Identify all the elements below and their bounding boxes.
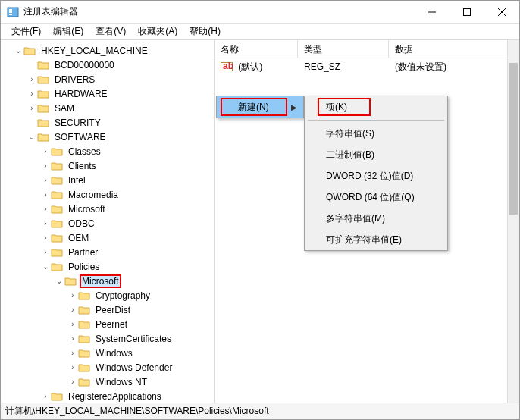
tree-node[interactable]: ›HARDWARE: [1, 86, 214, 101]
tree-node-label: Classes: [66, 146, 103, 158]
tree-node[interactable]: ›RegisteredApplications: [1, 389, 214, 403]
vertical-scrollbar[interactable]: [507, 40, 519, 403]
app-icon: [7, 6, 19, 18]
expand-icon[interactable]: ›: [40, 176, 51, 184]
expand-icon[interactable]: ›: [40, 248, 51, 256]
tree-node[interactable]: ›PeerDist: [1, 302, 214, 317]
tree-node-label: SAM: [52, 102, 77, 114]
tree-node-label: Cryptography: [93, 290, 152, 302]
context-item[interactable]: 二进制值(B): [305, 144, 447, 165]
expand-icon[interactable]: ›: [40, 205, 51, 213]
context-item[interactable]: QWORD (64 位)值(Q): [305, 186, 447, 208]
context-item[interactable]: 可扩充字符串值(E): [305, 229, 447, 250]
string-value-icon: ab: [221, 61, 233, 72]
tree-node[interactable]: ›Classes: [1, 144, 214, 158]
tree-node[interactable]: ›Partner: [1, 245, 214, 259]
close-button[interactable]: [484, 1, 519, 24]
tree-node[interactable]: ›Clients: [1, 158, 214, 173]
context-item-label: QWORD (64 位)值(Q): [326, 191, 415, 204]
tree-node-label: OEM: [66, 232, 91, 244]
expand-icon[interactable]: ›: [27, 89, 37, 98]
svg-rect-3: [9, 14, 12, 15]
collapse-icon[interactable]: ⌄: [54, 277, 64, 285]
tree-node-label: Intel: [66, 174, 88, 186]
folder-icon: [37, 74, 49, 85]
tree-node[interactable]: ›SystemCertificates: [1, 331, 214, 346]
tree-node[interactable]: ⌄Microsoft: [1, 274, 214, 288]
tree-node-label: ODBC: [66, 218, 97, 230]
menu-separator: [308, 120, 444, 121]
window-controls: [415, 1, 519, 24]
context-item-new[interactable]: 新建(N) ▶: [217, 96, 303, 118]
tree-node[interactable]: ›Cryptography: [1, 288, 214, 302]
expand-icon[interactable]: ›: [67, 320, 78, 328]
expand-icon[interactable]: ›: [27, 104, 37, 112]
menu-edit[interactable]: 编辑(E): [47, 24, 89, 39]
folder-icon: [51, 204, 63, 215]
maximize-button[interactable]: [450, 1, 484, 24]
tree-node[interactable]: ›Intel: [1, 173, 214, 187]
expand-icon[interactable]: ›: [27, 75, 37, 83]
expand-icon[interactable]: ›: [67, 306, 78, 314]
expand-icon[interactable]: ›: [40, 392, 51, 400]
tree-node[interactable]: ›Windows NT: [1, 375, 214, 389]
tree-node-label: Windows Defender: [93, 362, 174, 374]
context-item[interactable]: 字符串值(S): [305, 123, 447, 144]
scrollbar-thumb[interactable]: [509, 63, 518, 215]
menu-help[interactable]: 帮助(H): [183, 24, 227, 39]
folder-icon: [51, 262, 63, 272]
context-item[interactable]: 项(K): [305, 96, 447, 118]
header-name[interactable]: 名称: [215, 40, 298, 58]
tree-node[interactable]: ⌄Policies: [1, 259, 214, 274]
menu-favorites[interactable]: 收藏夹(A): [132, 24, 183, 39]
collapse-icon[interactable]: ⌄: [13, 46, 23, 55]
folder-icon: [78, 362, 90, 373]
folder-icon: [37, 118, 49, 128]
expand-icon[interactable]: ›: [67, 291, 78, 299]
expand-icon[interactable]: ›: [67, 378, 78, 386]
menu-view[interactable]: 查看(V): [89, 24, 132, 39]
expand-icon[interactable]: ›: [67, 363, 78, 371]
folder-icon: [51, 218, 63, 229]
tree-pane[interactable]: ⌄HKEY_LOCAL_MACHINEBCD00000000›DRIVERS›H…: [1, 40, 215, 403]
expand-icon[interactable]: ›: [67, 349, 78, 357]
tree-node-label: SOFTWARE: [52, 131, 108, 143]
tree-node[interactable]: ›DRIVERS: [1, 72, 214, 86]
svg-rect-5: [464, 8, 471, 15]
tree-node[interactable]: ›Windows Defender: [1, 360, 214, 375]
minimize-button[interactable]: [415, 1, 450, 24]
tree-node[interactable]: ›ODBC: [1, 216, 214, 230]
value-row[interactable]: ab (默认) REG_SZ (数值未设置): [215, 58, 519, 75]
expand-icon[interactable]: ›: [40, 161, 51, 170]
header-data[interactable]: 数据: [389, 40, 519, 58]
context-item[interactable]: DWORD (32 位)值(D): [305, 165, 447, 186]
expand-icon[interactable]: ›: [40, 234, 51, 242]
context-menu-new: 新建(N) ▶: [216, 96, 304, 118]
tree-node[interactable]: ›OEM: [1, 230, 214, 245]
menu-file[interactable]: 文件(F): [5, 24, 47, 39]
tree-node[interactable]: ›Microsoft: [1, 202, 214, 216]
window-title: 注册表编辑器: [23, 5, 415, 18]
tree-node[interactable]: ›Macromedia: [1, 187, 214, 202]
tree-node[interactable]: ⌄SOFTWARE: [1, 130, 214, 144]
expand-icon[interactable]: ›: [40, 147, 51, 155]
folder-icon: [51, 146, 63, 157]
tree-node[interactable]: ›Windows: [1, 346, 214, 360]
collapse-icon[interactable]: ⌄: [40, 262, 51, 271]
tree-node[interactable]: ⌄HKEY_LOCAL_MACHINE: [1, 43, 214, 58]
context-item-label: 二进制值(B): [326, 149, 374, 161]
tree-node[interactable]: BCD00000000: [1, 58, 214, 72]
expand-icon[interactable]: ›: [40, 190, 51, 199]
menu-bar: 文件(F) 编辑(E) 查看(V) 收藏夹(A) 帮助(H): [1, 24, 519, 40]
expand-icon[interactable]: ›: [40, 219, 51, 227]
tree-node[interactable]: ›Peernet: [1, 317, 214, 331]
collapse-icon[interactable]: ⌄: [27, 133, 37, 141]
tree-node[interactable]: ›SAM: [1, 101, 214, 115]
folder-icon: [51, 190, 63, 200]
submenu-arrow-icon: ▶: [291, 103, 297, 111]
header-type[interactable]: 类型: [298, 40, 389, 58]
svg-rect-2: [9, 11, 12, 13]
expand-icon[interactable]: ›: [67, 334, 78, 343]
tree-node[interactable]: SECURITY: [1, 115, 214, 130]
context-item[interactable]: 多字符串值(M): [305, 208, 447, 229]
